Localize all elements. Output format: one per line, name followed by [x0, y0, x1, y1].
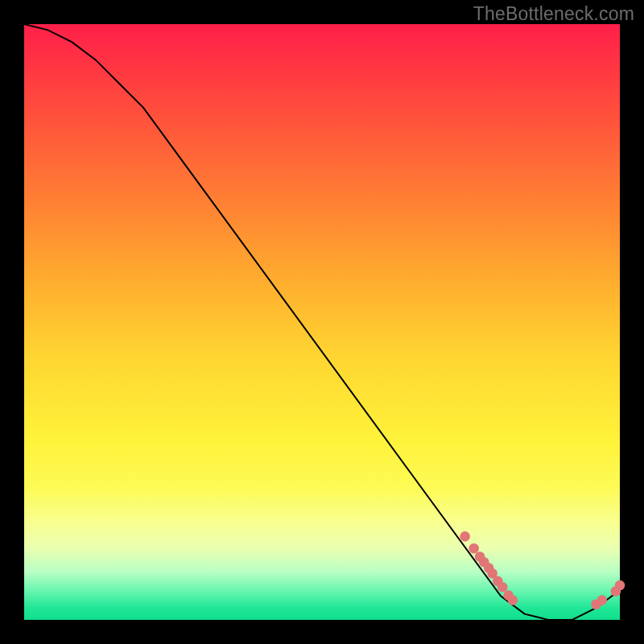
bottleneck-curve: [24, 24, 620, 620]
dot-cluster-2: [615, 580, 625, 591]
watermark-text: TheBottleneck.com: [473, 3, 634, 25]
chart-container: TheBottleneck.com: [0, 0, 644, 644]
dot-cluster-1: [497, 582, 508, 592]
dot-cluster-1: [460, 531, 470, 542]
dot-cluster-1: [508, 595, 518, 605]
chart-svg: [24, 24, 620, 620]
plot-area: [24, 24, 620, 620]
dot-cluster-1: [469, 543, 479, 554]
dot-cluster-2: [597, 595, 608, 605]
